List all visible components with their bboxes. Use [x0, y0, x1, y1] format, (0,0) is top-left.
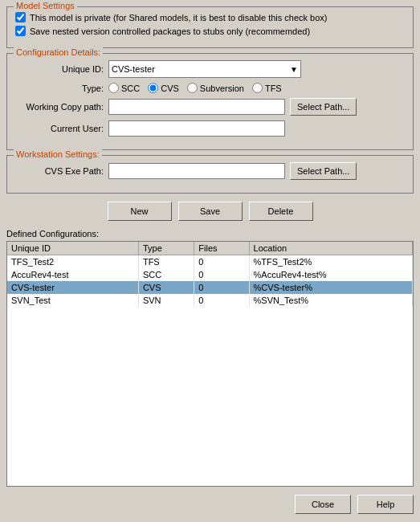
configuration-details-section: Configuration Details: Unique ID: CVS-te… — [6, 53, 414, 150]
cvs-exe-label: CVS Exe Path: — [15, 166, 104, 176]
model-settings-dialog: Model Settings This model is private (fo… — [0, 0, 420, 522]
type-label: Type: — [15, 84, 104, 93]
type-cvs-radio[interactable] — [148, 83, 158, 93]
cell-files-1: 0 — [194, 268, 249, 281]
type-tfs-radio[interactable] — [252, 83, 263, 93]
help-button[interactable]: Help — [357, 495, 414, 514]
save-nested-label: Save nested version controlled packages … — [30, 27, 310, 36]
defined-configurations-section: Defined Configurations: Unique ID Type F… — [6, 229, 414, 487]
working-copy-label: Working Copy path: — [15, 102, 104, 112]
current-user-row: Current User: howard — [15, 120, 405, 137]
table-row[interactable]: SVN_TestSVN0%SVN_Test% — [7, 294, 413, 307]
type-subversion-radio[interactable] — [187, 83, 198, 93]
cell-type-3: SVN — [138, 294, 194, 307]
type-tfs-label: TFS — [265, 84, 282, 93]
table-row[interactable]: CVS-testerCVS0%CVS-tester% — [7, 281, 413, 294]
cvs-exe-row: CVS Exe Path: C:\Program Files\TortoiseC… — [15, 162, 405, 180]
working-copy-input[interactable]: C:\WC_WorkSpaces\EARegressionTestData — [108, 99, 285, 115]
private-model-checkbox[interactable] — [15, 12, 26, 22]
close-button[interactable]: Close — [295, 495, 351, 514]
cvs-exe-select-btn[interactable]: Select Path... — [290, 162, 357, 180]
configurations-table: Unique ID Type Files Location TFS_Test2T… — [7, 242, 413, 307]
cell-type-0: TFS — [138, 255, 194, 269]
private-model-row: This model is private (for Shared models… — [15, 12, 405, 22]
unique-id-label: Unique ID: — [15, 64, 104, 74]
type-tfs-option: TFS — [252, 83, 282, 93]
save-nested-checkbox[interactable] — [15, 26, 26, 36]
type-cvs-label: CVS — [161, 84, 179, 93]
cell-type-1: SCC — [138, 268, 194, 281]
cell-location-0: %TFS_Test2% — [249, 255, 412, 269]
workstation-settings-label: Workstation Settings: — [14, 149, 102, 159]
type-scc-label: SCC — [121, 84, 140, 93]
cell-type-2: CVS — [138, 281, 194, 294]
cell-id-3: SVN_Test — [7, 294, 138, 307]
table-row[interactable]: AccuRev4-testSCC0%AccuRev4-test% — [7, 268, 413, 281]
unique-id-wrapper: CVS-tester ▼ — [108, 60, 301, 78]
delete-button[interactable]: Delete — [249, 202, 313, 221]
unique-id-select[interactable]: CVS-tester — [108, 60, 301, 78]
model-settings-section: Model Settings This model is private (fo… — [6, 6, 414, 48]
model-settings-label: Model Settings — [14, 1, 77, 10]
type-cvs-option: CVS — [148, 83, 179, 93]
unique-id-row: Unique ID: CVS-tester ▼ — [15, 60, 405, 78]
config-details-label: Configuration Details: — [14, 47, 103, 57]
footer-buttons-row: Close Help — [6, 491, 414, 516]
current-user-input[interactable]: howard — [108, 120, 285, 137]
cell-id-2: CVS-tester — [7, 281, 138, 294]
col-location: Location — [249, 242, 412, 255]
cvs-exe-input[interactable]: C:\Program Files\TortoiseCVS\cvs.exe — [108, 163, 285, 179]
cell-id-1: AccuRev4-test — [7, 268, 138, 281]
type-subversion-option: Subversion — [187, 83, 244, 93]
working-copy-row: Working Copy path: C:\WC_WorkSpaces\EARe… — [15, 98, 405, 116]
cell-files-2: 0 — [194, 281, 249, 294]
type-scc-option: SCC — [108, 83, 140, 93]
cell-files-0: 0 — [194, 255, 249, 269]
type-row: Type: SCC CVS Subversion TFS — [15, 83, 405, 93]
save-button[interactable]: Save — [178, 202, 243, 221]
cell-location-1: %AccuRev4-test% — [249, 268, 412, 281]
col-files: Files — [194, 242, 249, 255]
cell-files-3: 0 — [194, 294, 249, 307]
new-button[interactable]: New — [108, 202, 172, 221]
table-row[interactable]: TFS_Test2TFS0%TFS_Test2% — [7, 255, 413, 269]
cell-location-2: %CVS-tester% — [249, 281, 412, 294]
save-nested-row: Save nested version controlled packages … — [15, 26, 405, 36]
workstation-settings-section: Workstation Settings: CVS Exe Path: C:\P… — [6, 155, 414, 194]
type-radio-group: SCC CVS Subversion TFS — [108, 83, 282, 93]
type-subversion-label: Subversion — [200, 84, 244, 93]
configurations-table-container: Unique ID Type Files Location TFS_Test2T… — [6, 241, 414, 487]
table-header-row: Unique ID Type Files Location — [7, 242, 413, 255]
col-type: Type — [138, 242, 194, 255]
current-user-label: Current User: — [15, 124, 104, 133]
defined-configurations-label: Defined Configurations: — [6, 229, 414, 239]
col-unique-id: Unique ID — [7, 242, 138, 255]
action-buttons-row: New Save Delete — [6, 198, 414, 224]
private-model-label: This model is private (for Shared models… — [30, 13, 328, 22]
type-scc-radio[interactable] — [108, 83, 119, 93]
working-copy-select-btn[interactable]: Select Path... — [290, 98, 357, 116]
cell-id-0: TFS_Test2 — [7, 255, 138, 269]
cell-location-3: %SVN_Test% — [249, 294, 412, 307]
